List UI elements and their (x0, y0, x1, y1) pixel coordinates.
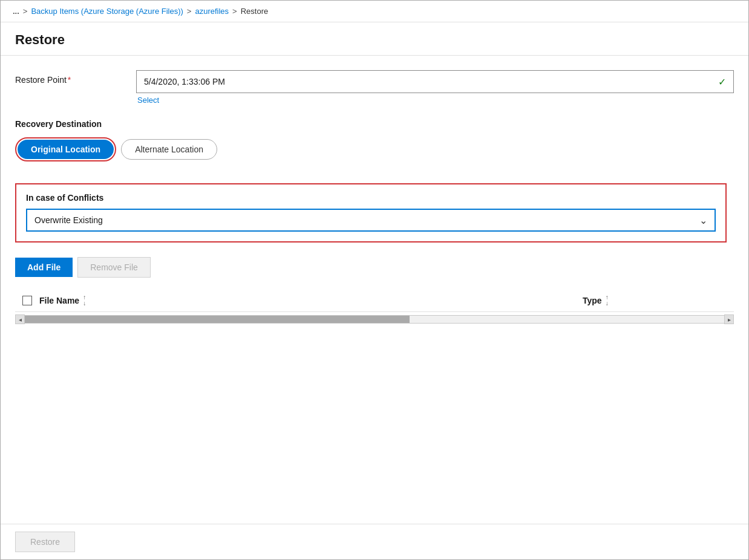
conflicts-section: In case of Conflicts Overwrite Existing … (15, 183, 727, 243)
restore-button: Restore (15, 532, 75, 552)
table-filename-col: File Name ↑ ↓ (39, 295, 583, 307)
conflicts-dropdown-value: Overwrite Existing (34, 215, 699, 225)
breadcrumb-link-backup-items[interactable]: Backup Items (Azure Storage (Azure Files… (31, 7, 183, 16)
file-buttons: Add File Remove File (15, 257, 734, 278)
original-location-wrapper: Original Location (15, 137, 116, 161)
select-link[interactable]: Select (136, 96, 734, 105)
right-arrow-icon: ▸ (728, 316, 731, 323)
location-buttons: Original Location Alternate Location (15, 137, 734, 161)
restore-point-row: Restore Point* 5/4/2020, 1:33:06 PM ✓ Se… (15, 70, 734, 105)
chevron-down-icon: ⌄ (699, 215, 707, 226)
required-indicator: * (68, 75, 71, 85)
table-select-all-col[interactable] (15, 296, 39, 305)
checkmark-icon: ✓ (718, 76, 726, 88)
restore-point-input[interactable]: 5/4/2020, 1:33:06 PM ✓ (136, 70, 734, 93)
breadcrumb-sep1: > (23, 7, 28, 16)
breadcrumb-sep3: > (232, 7, 237, 16)
add-file-button[interactable]: Add File (15, 258, 73, 277)
table-header: File Name ↑ ↓ Type ↑ ↓ (15, 290, 734, 312)
conflicts-inner: In case of Conflicts Overwrite Existing … (18, 186, 724, 240)
scrollbar-thumb[interactable] (25, 316, 410, 323)
type-sort-down: ↓ (606, 301, 609, 307)
scroll-arrow-right[interactable]: ▸ (724, 314, 734, 324)
table-type-col: Type ↑ ↓ (583, 295, 734, 307)
filename-sort-icon[interactable]: ↑ ↓ (83, 295, 86, 307)
conflicts-dropdown[interactable]: Overwrite Existing ⌄ (26, 209, 716, 232)
recovery-destination-label: Recovery Destination (15, 119, 734, 129)
left-arrow-icon: ◂ (19, 316, 22, 323)
scrollbar-track[interactable] (25, 315, 724, 324)
breadcrumb-sep2: > (187, 7, 192, 16)
filename-sort-down: ↓ (83, 301, 86, 307)
remove-file-button: Remove File (77, 257, 151, 278)
breadcrumb-link-azurefiles[interactable]: azurefiles (195, 7, 229, 16)
recovery-destination-section: Recovery Destination Original Location A… (15, 119, 734, 178)
page-header: Restore (1, 22, 748, 56)
filename-col-label: File Name (39, 296, 79, 305)
page-title: Restore (15, 32, 734, 48)
type-col-label: Type (583, 296, 602, 305)
breadcrumb: ... > Backup Items (Azure Storage (Azure… (1, 1, 748, 22)
alternate-location-button[interactable]: Alternate Location (121, 139, 217, 160)
scrollbar-row: ◂ ▸ (15, 314, 734, 324)
restore-point-value: 5/4/2020, 1:33:06 PM (144, 77, 713, 86)
page-footer: Restore (1, 524, 748, 559)
restore-point-label: Restore Point* (15, 70, 136, 85)
scroll-arrow-left[interactable]: ◂ (15, 314, 25, 324)
original-location-button[interactable]: Original Location (18, 140, 114, 159)
breadcrumb-ellipsis: ... (13, 7, 19, 16)
conflicts-label: In case of Conflicts (26, 193, 716, 203)
select-all-checkbox[interactable] (22, 296, 32, 305)
page-content: Restore Point* 5/4/2020, 1:33:06 PM ✓ Se… (1, 56, 748, 524)
restore-point-field: 5/4/2020, 1:33:06 PM ✓ Select (136, 70, 734, 105)
type-sort-icon[interactable]: ↑ ↓ (606, 295, 609, 307)
breadcrumb-current: Restore (241, 7, 269, 16)
main-window: ... > Backup Items (Azure Storage (Azure… (0, 0, 749, 560)
